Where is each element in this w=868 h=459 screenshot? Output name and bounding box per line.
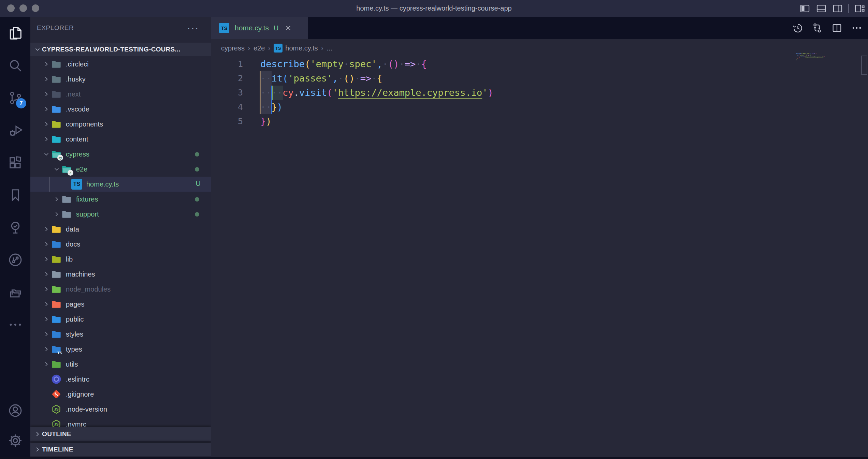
layout-secondary-sidebar-icon[interactable] bbox=[832, 3, 843, 14]
tree-item-styles[interactable]: styles bbox=[30, 327, 211, 342]
activity-item-run-and-debug[interactable] bbox=[0, 114, 30, 146]
chevron-right-icon[interactable] bbox=[52, 195, 61, 204]
chevron-right-icon[interactable] bbox=[42, 120, 51, 129]
activity-item-explorer[interactable] bbox=[0, 17, 30, 49]
editor-actions bbox=[792, 17, 863, 39]
breadcrumb-folder[interactable]: e2e bbox=[254, 44, 265, 52]
tree-item-public[interactable]: public bbox=[30, 312, 211, 327]
tree-item-e2e[interactable]: ✓e2e bbox=[30, 162, 211, 177]
tree-item-cypress[interactable]: cycypress bbox=[30, 147, 211, 162]
folder-icon bbox=[51, 104, 62, 115]
activity-item-bookmarks[interactable] bbox=[0, 179, 30, 211]
tree-item-node-version[interactable]: JS.node-version bbox=[30, 402, 211, 417]
timeline-section-header[interactable]: TIMELINE bbox=[30, 443, 211, 456]
history-icon[interactable] bbox=[792, 22, 803, 34]
code-text: ··it('passes',·()·=>·{ bbox=[243, 71, 382, 86]
tree-item-data[interactable]: data bbox=[30, 222, 211, 237]
debug-icon bbox=[8, 122, 23, 138]
split-editor-icon[interactable] bbox=[831, 22, 843, 34]
chevron-right-icon[interactable] bbox=[42, 345, 51, 354]
layout-sidebar-icon[interactable] bbox=[799, 3, 811, 14]
tree-item-node-modules[interactable]: node_modules bbox=[30, 282, 211, 297]
chevron-right-icon[interactable] bbox=[42, 255, 51, 264]
tree-item-label: utils bbox=[66, 360, 78, 368]
chevron-right-icon[interactable] bbox=[42, 270, 51, 279]
close-button[interactable] bbox=[7, 4, 15, 12]
activity-item-source-control[interactable]: 7 bbox=[0, 82, 30, 114]
chevron-right-icon[interactable] bbox=[42, 240, 51, 249]
tree-item-fixtures[interactable]: fixtures bbox=[30, 192, 211, 207]
tree-item-content[interactable]: content bbox=[30, 132, 211, 147]
tree-item-docs[interactable]: docs bbox=[30, 237, 211, 252]
minimap[interactable]: describe('empty·spec',·()·=>·{··it('pass… bbox=[796, 53, 864, 80]
more-actions-icon[interactable] bbox=[851, 22, 863, 34]
chevron-right-icon[interactable] bbox=[42, 105, 51, 114]
activity-item-more-views[interactable] bbox=[0, 308, 30, 341]
activity-item-settings[interactable] bbox=[0, 426, 30, 456]
tree-item-vscode[interactable]: .vscode bbox=[30, 102, 211, 117]
chevron-right-icon[interactable] bbox=[42, 75, 51, 84]
activity-item-accounts[interactable] bbox=[0, 396, 30, 426]
project-section-header[interactable]: CYPRESS-REALWORLD-TESTING-COURS... bbox=[30, 43, 211, 56]
chevron-right-icon[interactable] bbox=[42, 315, 51, 324]
file-tree: .circleci.husky.next.vscodecomponentscon… bbox=[30, 57, 211, 432]
files-icon bbox=[8, 25, 23, 41]
chevron-down-icon[interactable] bbox=[52, 165, 61, 174]
activity-item-project-manager[interactable] bbox=[0, 276, 30, 308]
tree-item-gitignore[interactable]: .gitignore bbox=[30, 387, 211, 402]
chevron-right-icon[interactable] bbox=[42, 300, 51, 309]
activity-item-extensions[interactable] bbox=[0, 146, 30, 179]
tree-item-types[interactable]: TStypes bbox=[30, 342, 211, 357]
tree-item-next[interactable]: .next bbox=[30, 87, 211, 102]
tree-item-components[interactable]: components bbox=[30, 117, 211, 132]
breadcrumb-separator: › bbox=[321, 45, 323, 52]
minimize-button[interactable] bbox=[19, 4, 27, 12]
compare-changes-icon[interactable] bbox=[811, 22, 823, 34]
breadcrumb-symbol[interactable]: ... bbox=[327, 44, 333, 52]
chevron-right-icon[interactable] bbox=[42, 360, 51, 369]
explorer-title: EXPLORER bbox=[37, 24, 74, 32]
chevron-right-icon[interactable] bbox=[42, 135, 51, 144]
tree-item-label: pages bbox=[66, 300, 85, 308]
chevron-down-icon[interactable] bbox=[42, 150, 51, 159]
close-tab-icon[interactable] bbox=[285, 24, 292, 32]
overview-ruler bbox=[861, 56, 867, 75]
activity-item-search[interactable] bbox=[0, 49, 30, 82]
tree-item-machines[interactable]: machines bbox=[30, 267, 211, 282]
chevron-right-icon[interactable] bbox=[52, 210, 61, 219]
code-line-3[interactable]: 3····cy.visit('https://example.cypress.i… bbox=[211, 86, 868, 100]
activity-item-git-graph[interactable] bbox=[0, 243, 30, 276]
code-line-1[interactable]: 1describe('empty·spec',·()·=>·{ bbox=[211, 57, 868, 71]
tree-item-home-cy-ts[interactable]: TShome.cy.tsU bbox=[30, 177, 211, 192]
code-text: ··}) bbox=[243, 100, 283, 114]
more-actions-icon[interactable]: ··· bbox=[187, 23, 199, 33]
chevron-right-icon[interactable] bbox=[42, 285, 51, 294]
tree-item-eslintrc[interactable]: .eslintrc bbox=[30, 372, 211, 387]
layout-customize-icon[interactable] bbox=[854, 3, 865, 14]
code-line-4[interactable]: 4··}) bbox=[211, 100, 868, 114]
activity-item-testing[interactable] bbox=[0, 211, 30, 243]
tree-item-circleci[interactable]: .circleci bbox=[30, 57, 211, 72]
code-editor[interactable]: 1describe('empty·spec',·()·=>·{2··it('pa… bbox=[211, 57, 868, 459]
outline-section-header[interactable]: OUTLINE bbox=[30, 427, 211, 441]
folder-icon bbox=[51, 224, 62, 235]
breadcrumb-folder[interactable]: cypress bbox=[221, 44, 245, 52]
chevron-right-icon[interactable] bbox=[42, 225, 51, 234]
tree-item-pages[interactable]: pages bbox=[30, 297, 211, 312]
folder-icon bbox=[51, 59, 62, 70]
folder-icon bbox=[51, 254, 62, 265]
code-line-2[interactable]: 2··it('passes',·()·=>·{ bbox=[211, 71, 868, 86]
tab-home-cy-ts[interactable]: TS home.cy.ts U bbox=[211, 17, 308, 39]
breadcrumb-file[interactable]: home.cy.ts bbox=[285, 44, 318, 52]
tree-item-support[interactable]: support bbox=[30, 207, 211, 222]
chevron-right-icon[interactable] bbox=[42, 60, 51, 69]
chevron-right-icon[interactable] bbox=[42, 330, 51, 339]
tree-item-husky[interactable]: .husky bbox=[30, 72, 211, 87]
chevron-right-icon[interactable] bbox=[42, 90, 51, 99]
git-icon bbox=[51, 389, 62, 400]
code-line-5[interactable]: 5}) bbox=[211, 114, 868, 129]
tree-item-lib[interactable]: lib bbox=[30, 252, 211, 267]
tree-item-utils[interactable]: utils bbox=[30, 357, 211, 372]
layout-panel-icon[interactable] bbox=[815, 3, 827, 14]
maximize-button[interactable] bbox=[32, 4, 39, 12]
